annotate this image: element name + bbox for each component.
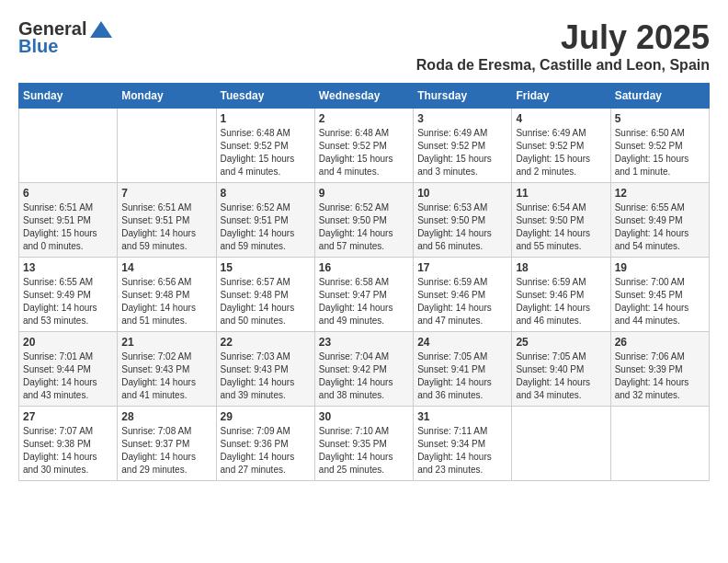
calendar-cell: 16Sunrise: 6:58 AM Sunset: 9:47 PM Dayli…	[314, 258, 413, 332]
day-info: Sunrise: 6:49 AM Sunset: 9:52 PM Dayligh…	[417, 127, 507, 178]
calendar-cell	[19, 109, 118, 183]
day-info: Sunrise: 6:56 AM Sunset: 9:48 PM Dayligh…	[121, 276, 211, 327]
day-number: 9	[319, 187, 409, 200]
header-friday: Friday	[512, 84, 610, 109]
day-info: Sunrise: 6:48 AM Sunset: 9:52 PM Dayligh…	[221, 127, 311, 178]
calendar: Sunday Monday Tuesday Wednesday Thursday…	[18, 83, 710, 481]
calendar-week-2: 13Sunrise: 6:55 AM Sunset: 9:49 PM Dayli…	[19, 258, 710, 332]
calendar-week-0: 1Sunrise: 6:48 AM Sunset: 9:52 PM Daylig…	[19, 109, 710, 183]
day-number: 8	[221, 187, 311, 200]
location-title: Roda de Eresma, Castille and Leon, Spain	[416, 57, 710, 74]
calendar-cell: 1Sunrise: 6:48 AM Sunset: 9:52 PM Daylig…	[216, 109, 314, 183]
day-info: Sunrise: 7:01 AM Sunset: 9:44 PM Dayligh…	[23, 350, 113, 402]
header-wednesday: Wednesday	[314, 84, 413, 109]
header-saturday: Saturday	[610, 84, 709, 109]
day-number: 16	[319, 261, 409, 274]
day-number: 15	[221, 261, 311, 274]
day-number: 12	[615, 187, 705, 200]
day-info: Sunrise: 7:00 AM Sunset: 9:45 PM Dayligh…	[615, 276, 705, 327]
header-thursday: Thursday	[414, 84, 512, 109]
day-info: Sunrise: 7:02 AM Sunset: 9:43 PM Dayligh…	[121, 350, 211, 402]
day-number: 25	[516, 336, 606, 349]
day-info: Sunrise: 7:08 AM Sunset: 9:37 PM Dayligh…	[121, 425, 211, 477]
calendar-cell: 28Sunrise: 7:08 AM Sunset: 9:37 PM Dayli…	[118, 407, 216, 481]
calendar-cell: 29Sunrise: 7:09 AM Sunset: 9:36 PM Dayli…	[216, 407, 314, 481]
day-number: 1	[221, 112, 311, 125]
calendar-week-3: 20Sunrise: 7:01 AM Sunset: 9:44 PM Dayli…	[19, 332, 710, 407]
day-info: Sunrise: 6:59 AM Sunset: 9:46 PM Dayligh…	[516, 276, 606, 327]
day-info: Sunrise: 7:04 AM Sunset: 9:42 PM Dayligh…	[319, 350, 409, 402]
calendar-cell	[118, 109, 216, 183]
calendar-week-4: 27Sunrise: 7:07 AM Sunset: 9:38 PM Dayli…	[19, 407, 710, 481]
day-number: 4	[516, 112, 606, 125]
day-info: Sunrise: 6:54 AM Sunset: 9:50 PM Dayligh…	[516, 201, 606, 253]
day-info: Sunrise: 7:09 AM Sunset: 9:36 PM Dayligh…	[221, 425, 311, 477]
calendar-cell: 9Sunrise: 6:52 AM Sunset: 9:50 PM Daylig…	[314, 183, 413, 258]
day-info: Sunrise: 6:58 AM Sunset: 9:47 PM Dayligh…	[319, 276, 409, 327]
day-number: 29	[221, 410, 311, 423]
calendar-cell	[610, 407, 709, 481]
calendar-cell: 23Sunrise: 7:04 AM Sunset: 9:42 PM Dayli…	[314, 332, 413, 407]
day-info: Sunrise: 6:50 AM Sunset: 9:52 PM Dayligh…	[615, 127, 705, 178]
day-number: 31	[417, 410, 507, 423]
calendar-week-1: 6Sunrise: 6:51 AM Sunset: 9:51 PM Daylig…	[19, 183, 710, 258]
day-number: 14	[121, 261, 211, 274]
calendar-cell: 19Sunrise: 7:00 AM Sunset: 9:45 PM Dayli…	[610, 258, 709, 332]
day-info: Sunrise: 7:10 AM Sunset: 9:35 PM Dayligh…	[319, 425, 409, 477]
month-title: July 2025	[416, 18, 710, 57]
day-info: Sunrise: 6:48 AM Sunset: 9:52 PM Dayligh…	[319, 127, 409, 178]
calendar-cell: 4Sunrise: 6:49 AM Sunset: 9:52 PM Daylig…	[512, 109, 610, 183]
calendar-cell: 10Sunrise: 6:53 AM Sunset: 9:50 PM Dayli…	[414, 183, 512, 258]
calendar-cell: 5Sunrise: 6:50 AM Sunset: 9:52 PM Daylig…	[610, 109, 709, 183]
calendar-body: 1Sunrise: 6:48 AM Sunset: 9:52 PM Daylig…	[19, 109, 710, 481]
title-block: July 2025 Roda de Eresma, Castille and L…	[416, 18, 710, 74]
day-number: 28	[121, 410, 211, 423]
day-number: 19	[615, 261, 705, 274]
day-number: 5	[615, 112, 705, 125]
calendar-cell: 14Sunrise: 6:56 AM Sunset: 9:48 PM Dayli…	[118, 258, 216, 332]
day-info: Sunrise: 6:49 AM Sunset: 9:52 PM Dayligh…	[516, 127, 606, 178]
calendar-cell: 20Sunrise: 7:01 AM Sunset: 9:44 PM Dayli…	[19, 332, 118, 407]
day-info: Sunrise: 7:05 AM Sunset: 9:41 PM Dayligh…	[417, 350, 507, 402]
logo-icon	[88, 19, 114, 40]
day-number: 26	[615, 336, 705, 349]
header-row: Sunday Monday Tuesday Wednesday Thursday…	[19, 84, 710, 109]
day-info: Sunrise: 6:55 AM Sunset: 9:49 PM Dayligh…	[615, 201, 705, 253]
day-info: Sunrise: 6:53 AM Sunset: 9:50 PM Dayligh…	[417, 201, 507, 253]
day-number: 18	[516, 261, 606, 274]
calendar-cell: 30Sunrise: 7:10 AM Sunset: 9:35 PM Dayli…	[314, 407, 413, 481]
day-info: Sunrise: 7:05 AM Sunset: 9:40 PM Dayligh…	[516, 350, 606, 402]
calendar-cell: 3Sunrise: 6:49 AM Sunset: 9:52 PM Daylig…	[414, 109, 512, 183]
calendar-cell: 18Sunrise: 6:59 AM Sunset: 9:46 PM Dayli…	[512, 258, 610, 332]
day-number: 24	[417, 336, 507, 349]
day-info: Sunrise: 7:07 AM Sunset: 9:38 PM Dayligh…	[23, 425, 113, 477]
calendar-cell: 17Sunrise: 6:59 AM Sunset: 9:46 PM Dayli…	[414, 258, 512, 332]
day-number: 2	[319, 112, 409, 125]
day-info: Sunrise: 6:55 AM Sunset: 9:49 PM Dayligh…	[23, 276, 113, 327]
day-number: 6	[23, 187, 113, 200]
day-info: Sunrise: 6:51 AM Sunset: 9:51 PM Dayligh…	[23, 201, 113, 253]
day-number: 27	[23, 410, 113, 423]
logo-blue: Blue	[18, 36, 58, 57]
calendar-header: Sunday Monday Tuesday Wednesday Thursday…	[19, 84, 710, 109]
calendar-cell: 21Sunrise: 7:02 AM Sunset: 9:43 PM Dayli…	[118, 332, 216, 407]
calendar-cell: 24Sunrise: 7:05 AM Sunset: 9:41 PM Dayli…	[414, 332, 512, 407]
calendar-cell: 2Sunrise: 6:48 AM Sunset: 9:52 PM Daylig…	[314, 109, 413, 183]
calendar-cell: 8Sunrise: 6:52 AM Sunset: 9:51 PM Daylig…	[216, 183, 314, 258]
day-info: Sunrise: 7:11 AM Sunset: 9:34 PM Dayligh…	[417, 425, 507, 477]
calendar-cell: 13Sunrise: 6:55 AM Sunset: 9:49 PM Dayli…	[19, 258, 118, 332]
calendar-cell: 6Sunrise: 6:51 AM Sunset: 9:51 PM Daylig…	[19, 183, 118, 258]
calendar-cell: 12Sunrise: 6:55 AM Sunset: 9:49 PM Dayli…	[610, 183, 709, 258]
day-number: 17	[417, 261, 507, 274]
day-number: 30	[319, 410, 409, 423]
day-info: Sunrise: 6:57 AM Sunset: 9:48 PM Dayligh…	[221, 276, 311, 327]
day-number: 22	[221, 336, 311, 349]
day-info: Sunrise: 7:03 AM Sunset: 9:43 PM Dayligh…	[221, 350, 311, 402]
calendar-cell: 22Sunrise: 7:03 AM Sunset: 9:43 PM Dayli…	[216, 332, 314, 407]
day-number: 3	[417, 112, 507, 125]
day-info: Sunrise: 7:06 AM Sunset: 9:39 PM Dayligh…	[615, 350, 705, 402]
calendar-cell: 7Sunrise: 6:51 AM Sunset: 9:51 PM Daylig…	[118, 183, 216, 258]
svg-marker-0	[90, 21, 112, 38]
calendar-cell: 11Sunrise: 6:54 AM Sunset: 9:50 PM Dayli…	[512, 183, 610, 258]
calendar-cell: 27Sunrise: 7:07 AM Sunset: 9:38 PM Dayli…	[19, 407, 118, 481]
